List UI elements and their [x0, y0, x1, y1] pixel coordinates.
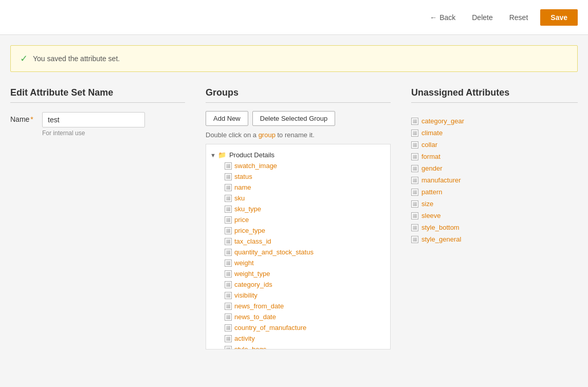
unassigned-item[interactable]: style_bottom: [411, 222, 578, 233]
unassigned-item[interactable]: category_gear: [411, 115, 578, 127]
unassigned-item[interactable]: format: [411, 151, 578, 162]
tree-item[interactable]: activity: [220, 333, 390, 344]
tree-item[interactable]: price: [220, 214, 390, 225]
tree-item-label: country_of_manufacture: [234, 324, 306, 331]
tree-group-label[interactable]: ▼📁Product Details: [206, 150, 390, 160]
unassigned-section-title: Unassigned Attributes: [411, 87, 578, 103]
attr-label: size: [421, 200, 433, 208]
tree-item[interactable]: sku_type: [220, 204, 390, 214]
groups-buttons: Add New Delete Selected Group: [206, 111, 391, 126]
tree-item-label: price: [234, 216, 249, 224]
name-label: Name*: [10, 112, 36, 123]
attr-icon: [411, 177, 418, 184]
tree-item[interactable]: country_of_manufacture: [220, 322, 390, 333]
tree-item[interactable]: status: [220, 171, 390, 182]
tree-item[interactable]: swatch_image: [220, 160, 390, 171]
tree-item-icon: [225, 238, 232, 245]
tree-item-label: price_type: [234, 227, 265, 234]
tree-item[interactable]: price_type: [220, 225, 390, 236]
tree-item-icon: [225, 260, 232, 267]
tree-container[interactable]: ▼📁Product Detailsswatch_imagestatusnames…: [206, 144, 391, 349]
tree-item-label: tax_class_id: [234, 237, 271, 245]
delete-button[interactable]: Delete: [468, 11, 497, 24]
edit-section: Edit Attribute Set Name Name* For intern…: [10, 87, 185, 349]
add-new-button[interactable]: Add New: [206, 111, 248, 126]
tree-item-label: weight: [234, 259, 254, 267]
tree-item[interactable]: quantity_and_stock_status: [220, 247, 390, 257]
delete-selected-group-button[interactable]: Delete Selected Group: [252, 111, 336, 126]
unassigned-item[interactable]: pattern: [411, 186, 578, 198]
back-arrow-icon: ←: [430, 13, 437, 22]
unassigned-item[interactable]: style_general: [411, 233, 578, 245]
tree-item-label: sku: [234, 194, 245, 202]
success-banner: ✓ You saved the attribute set.: [10, 45, 578, 72]
attr-label: format: [421, 153, 440, 160]
tree-item-label: status: [234, 173, 252, 180]
tree-item[interactable]: news_from_date: [220, 301, 390, 311]
unassigned-item[interactable]: climate: [411, 127, 578, 139]
save-button[interactable]: Save: [540, 9, 578, 26]
tree-item-icon: [225, 227, 232, 234]
tree-item-icon: [225, 303, 232, 310]
tree-item-label: quantity_and_stock_status: [234, 248, 314, 256]
tree-item[interactable]: style_bags: [220, 344, 390, 349]
tree-item[interactable]: news_to_date: [220, 311, 390, 322]
tree-item-label: swatch_image: [234, 162, 277, 170]
delete-label: Delete: [472, 13, 492, 22]
group-name: Product Details: [229, 151, 274, 159]
attr-icon: [411, 224, 418, 231]
groups-hint: Double click on a group to rename it.: [206, 131, 391, 139]
attr-label: category_gear: [421, 117, 464, 125]
tree-item[interactable]: sku: [220, 193, 390, 204]
edit-section-title: Edit Attribute Set Name: [10, 87, 185, 103]
attr-icon: [411, 165, 418, 172]
unassigned-item[interactable]: size: [411, 198, 578, 210]
unassigned-item[interactable]: sleeve: [411, 210, 578, 222]
tree-item[interactable]: visibility: [220, 290, 390, 301]
name-input-wrapper: [42, 112, 145, 127]
attr-icon: [411, 118, 418, 125]
tree-item-icon: [225, 324, 232, 331]
tree-item[interactable]: weight_type: [220, 268, 390, 279]
tree-item-label: news_to_date: [234, 313, 276, 321]
group-link[interactable]: group: [259, 131, 275, 139]
reset-label: Reset: [509, 13, 528, 22]
tree-item-icon: [225, 195, 232, 202]
tree-item-label: news_from_date: [234, 302, 284, 310]
attr-label: manufacturer: [421, 176, 461, 184]
unassigned-item[interactable]: manufacturer: [411, 174, 578, 186]
unassigned-item[interactable]: gender: [411, 162, 578, 174]
tree-item-label: activity: [234, 335, 255, 342]
tree-item[interactable]: category_ids: [220, 279, 390, 290]
tree-item-icon: [225, 249, 232, 256]
success-check-icon: ✓: [20, 53, 28, 64]
attr-icon: [411, 141, 418, 149]
tree-item[interactable]: weight: [220, 257, 390, 268]
attr-label: collar: [421, 141, 437, 149]
name-form-row: Name*: [10, 112, 185, 127]
tree-toggle-icon: ▼: [210, 152, 216, 158]
tree-item-icon: [225, 206, 232, 213]
tree-item[interactable]: tax_class_id: [220, 236, 390, 247]
main-content: Edit Attribute Set Name Name* For intern…: [0, 72, 588, 360]
folder-icon: 📁: [218, 151, 226, 159]
tree-item-label: style_bags: [234, 345, 266, 349]
tree-item[interactable]: name: [220, 182, 390, 193]
attr-icon: [411, 189, 418, 196]
tree-item-label: sku_type: [234, 205, 261, 213]
tree-item-label: name: [234, 183, 251, 191]
attr-label: gender: [421, 164, 442, 172]
tree-item-icon: [225, 335, 232, 342]
attr-label: sleeve: [421, 212, 441, 219]
groups-section: Groups Add New Delete Selected Group Dou…: [206, 87, 391, 349]
attr-label: style_general: [421, 235, 461, 243]
unassigned-section: Unassigned Attributes category_gearclima…: [411, 87, 578, 349]
back-button[interactable]: ← Back: [426, 11, 460, 24]
reset-button[interactable]: Reset: [505, 11, 532, 24]
tree-item-icon: [225, 162, 232, 170]
tree-item-label: visibility: [234, 291, 258, 299]
unassigned-item[interactable]: collar: [411, 139, 578, 151]
attr-label: climate: [421, 129, 443, 137]
name-input[interactable]: [42, 112, 145, 127]
tree-item-icon: [225, 184, 232, 191]
